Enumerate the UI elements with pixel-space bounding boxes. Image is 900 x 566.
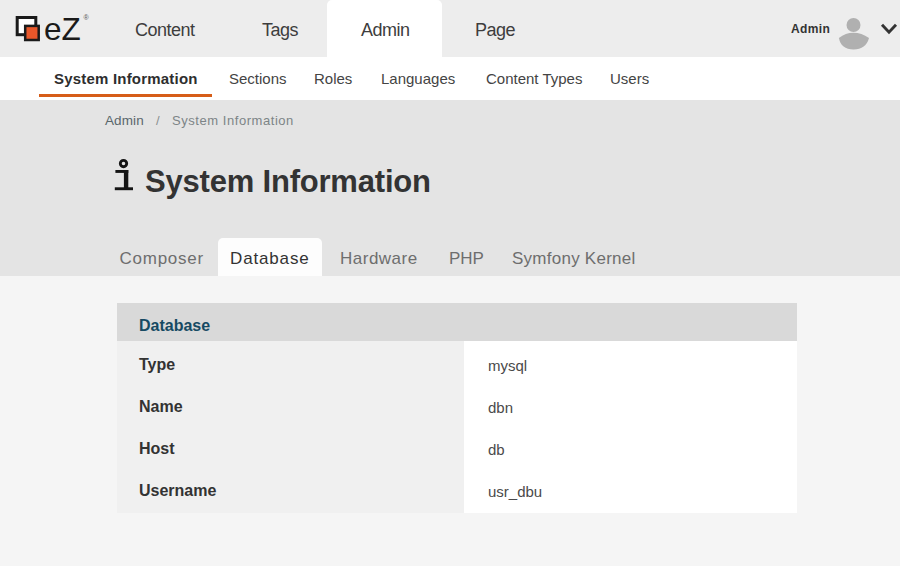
svg-text:®: ® <box>84 14 90 21</box>
svg-text:eZ: eZ <box>44 11 81 47</box>
